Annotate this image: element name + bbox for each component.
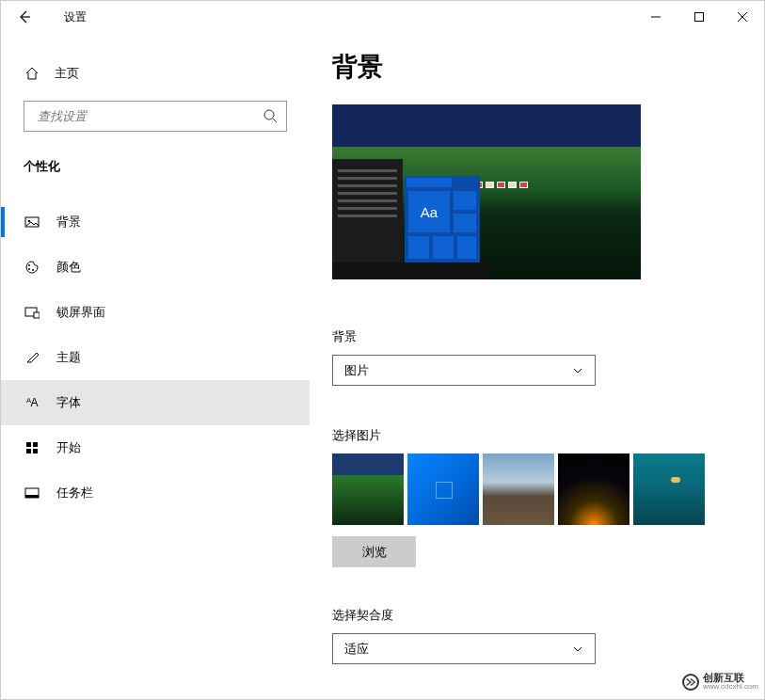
titlebar: 设置 bbox=[1, 1, 764, 33]
taskbar-icon bbox=[24, 485, 40, 501]
sidebar-home[interactable]: 主页 bbox=[1, 54, 310, 93]
sidebar-list: 背景 颜色 锁屏界面 主题 ᴬA bbox=[1, 199, 310, 516]
svg-point-5 bbox=[264, 110, 274, 119]
sidebar-item-label: 锁屏界面 bbox=[56, 304, 105, 321]
picture-thumb[interactable] bbox=[633, 453, 705, 525]
choose-picture-label: 选择图片 bbox=[332, 427, 764, 444]
content: 背景 Aa 背景 图片 选择图片 bbox=[310, 33, 764, 699]
window-title: 设置 bbox=[64, 9, 87, 25]
combo-value: 图片 bbox=[344, 362, 369, 379]
browse-button[interactable]: 浏览 bbox=[332, 536, 416, 567]
sidebar-home-label: 主页 bbox=[55, 65, 79, 82]
background-preview: Aa bbox=[332, 104, 641, 279]
page-title: 背景 bbox=[332, 50, 764, 84]
sidebar-item-label: 背景 bbox=[56, 214, 81, 231]
brush-icon bbox=[24, 350, 40, 365]
svg-line-6 bbox=[273, 119, 277, 122]
home-icon bbox=[24, 66, 40, 81]
svg-rect-17 bbox=[33, 449, 38, 453]
svg-rect-14 bbox=[26, 442, 31, 447]
main: 主页 个性化 背景 颜色 bbox=[1, 33, 764, 699]
picture-thumb[interactable] bbox=[407, 453, 479, 525]
fit-combo[interactable]: 适应 bbox=[332, 633, 596, 664]
svg-point-9 bbox=[28, 264, 30, 266]
back-button[interactable] bbox=[6, 1, 43, 33]
search-input[interactable] bbox=[24, 101, 287, 132]
close-button[interactable] bbox=[721, 1, 764, 33]
svg-rect-15 bbox=[33, 442, 38, 447]
picture-thumb[interactable] bbox=[483, 453, 554, 525]
sidebar: 主页 个性化 背景 颜色 bbox=[1, 33, 310, 699]
arrow-left-icon bbox=[17, 9, 32, 24]
svg-rect-13 bbox=[34, 312, 40, 318]
sidebar-item-start[interactable]: 开始 bbox=[1, 425, 310, 470]
palette-icon bbox=[24, 260, 40, 275]
picture-icon bbox=[24, 215, 40, 230]
sidebar-item-label: 颜色 bbox=[56, 259, 81, 276]
close-icon bbox=[738, 12, 747, 22]
sidebar-item-lockscreen[interactable]: 锁屏界面 bbox=[1, 290, 310, 335]
svg-point-11 bbox=[32, 269, 34, 271]
picture-thumbs bbox=[332, 453, 764, 525]
watermark: 创新互联 www.cdcxhl.com bbox=[677, 670, 764, 693]
picture-thumb[interactable] bbox=[558, 453, 630, 525]
sidebar-item-label: 任务栏 bbox=[56, 485, 93, 501]
sidebar-section-title: 个性化 bbox=[1, 132, 310, 183]
sidebar-item-background[interactable]: 背景 bbox=[1, 199, 310, 245]
background-type-label: 背景 bbox=[332, 328, 764, 345]
svg-point-10 bbox=[28, 268, 30, 270]
svg-rect-19 bbox=[25, 495, 39, 498]
maximize-button[interactable] bbox=[677, 1, 721, 33]
svg-rect-16 bbox=[26, 449, 31, 453]
sidebar-item-fonts[interactable]: ᴬA 字体 bbox=[1, 380, 310, 425]
sidebar-item-taskbar[interactable]: 任务栏 bbox=[1, 470, 310, 516]
fonts-icon: ᴬA bbox=[24, 395, 40, 410]
search-icon bbox=[263, 108, 278, 123]
chevron-down-icon bbox=[572, 644, 583, 655]
sidebar-item-label: 字体 bbox=[56, 394, 81, 411]
fit-label: 选择契合度 bbox=[332, 607, 764, 624]
svg-point-8 bbox=[28, 220, 31, 223]
watermark-url: www.cdcxhl.com bbox=[703, 683, 758, 691]
search-wrap bbox=[24, 101, 287, 132]
watermark-logo-icon bbox=[682, 674, 699, 691]
maximize-icon bbox=[694, 12, 704, 22]
svg-rect-2 bbox=[695, 13, 704, 22]
background-type-combo[interactable]: 图片 bbox=[332, 355, 596, 386]
minimize-button[interactable] bbox=[634, 1, 677, 33]
combo-value: 适应 bbox=[344, 641, 369, 658]
start-icon bbox=[24, 440, 40, 455]
sidebar-item-colors[interactable]: 颜色 bbox=[1, 245, 310, 290]
sidebar-item-themes[interactable]: 主题 bbox=[1, 335, 310, 380]
lockscreen-icon bbox=[24, 305, 40, 320]
chevron-down-icon bbox=[572, 365, 583, 376]
sidebar-item-label: 主题 bbox=[56, 349, 81, 366]
sidebar-item-label: 开始 bbox=[56, 439, 81, 456]
minimize-icon bbox=[651, 12, 661, 22]
picture-thumb[interactable] bbox=[332, 453, 404, 525]
